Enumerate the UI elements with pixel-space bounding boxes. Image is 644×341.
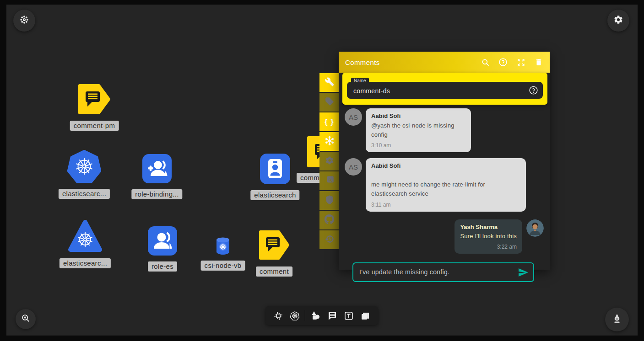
service-account-shape xyxy=(260,154,290,184)
expand-icon[interactable] xyxy=(516,58,525,67)
node-label: elasticsearc... xyxy=(60,258,111,268)
history-icon xyxy=(325,234,334,245)
message-time: 3:22 am xyxy=(460,244,517,250)
node-name-section: Name xyxy=(342,73,547,105)
message-time: 3:11 am xyxy=(371,202,520,208)
node-label: role-es xyxy=(148,261,177,272)
annotation-pen-button[interactable] xyxy=(605,308,629,331)
message-author: Yash Sharma xyxy=(460,224,517,230)
kubernetes-menu-button[interactable] xyxy=(13,10,35,32)
graph-icon[interactable] xyxy=(272,309,285,322)
design-canvas[interactable]: comment-pm elasticsearc... role-bindin xyxy=(6,5,638,336)
message-author: Aabid Sofi xyxy=(371,112,465,119)
braces-icon: { } xyxy=(325,117,334,127)
hub-icon xyxy=(325,136,335,148)
text-icon[interactable] xyxy=(342,309,355,322)
github-icon xyxy=(325,214,334,226)
message-author: Aabid Sofi xyxy=(371,162,520,169)
chat-message: Yash Sharma Sure I'll look into this 3:2… xyxy=(345,219,544,254)
message-text: @yash the csi-node is missing config xyxy=(371,121,465,139)
help-icon[interactable] xyxy=(498,58,508,67)
tag-icon xyxy=(325,97,334,108)
node-role-binding[interactable]: role-binding... xyxy=(142,154,172,185)
toolbar-divider xyxy=(305,310,305,321)
search-icon[interactable] xyxy=(481,58,490,67)
app-window: comment-pm elasticsearc... role-bindin xyxy=(0,0,644,341)
node-label: comment-pm xyxy=(70,121,119,131)
history-button[interactable] xyxy=(319,230,339,249)
comment-bubble-icon[interactable] xyxy=(326,309,339,322)
send-icon[interactable] xyxy=(518,267,529,278)
service-mesh-button[interactable] xyxy=(319,132,339,151)
zoom-in-icon xyxy=(21,313,31,325)
node-comment-partial[interactable] xyxy=(307,136,319,170)
zoom-button[interactable] xyxy=(16,309,36,329)
settings-gear-icon xyxy=(613,15,623,27)
shapes-icon[interactable] xyxy=(309,309,322,322)
node-label: role-binding... xyxy=(131,189,182,199)
help-icon[interactable] xyxy=(529,85,538,95)
avatar-photo xyxy=(526,219,544,237)
panel-title: Comments xyxy=(345,59,481,66)
name-field-label: Name xyxy=(351,78,369,84)
delete-icon[interactable] xyxy=(534,58,543,67)
kubernetes-icon[interactable] xyxy=(288,309,301,322)
canvas-tools-toolbar xyxy=(265,306,378,325)
message-text: me might need to change the rate-limit f… xyxy=(371,180,520,198)
settings-button-node[interactable] xyxy=(319,152,339,170)
node-label: csi-node-vb xyxy=(201,261,245,271)
name-input[interactable] xyxy=(347,82,543,99)
role-binding-shape xyxy=(142,154,172,183)
wrench-icon xyxy=(325,77,334,88)
doc-search-icon xyxy=(325,176,334,186)
settings-button[interactable] xyxy=(607,10,629,32)
message-time: 3:10 am xyxy=(371,142,465,149)
message-bubble: Aabid Sofi @yash the csi-node is missing… xyxy=(366,108,471,152)
storage-cylinder-shape xyxy=(215,237,231,255)
avatar: AS xyxy=(345,108,362,126)
security-button[interactable] xyxy=(319,191,339,210)
gear-icon xyxy=(325,156,334,167)
kubernetes-flower-icon xyxy=(19,15,29,27)
node-elasticsearch-badge[interactable]: elasticsearch xyxy=(260,154,290,186)
inspect-resource-button[interactable] xyxy=(319,171,339,190)
kubernetes-heptagon-shape xyxy=(67,149,101,183)
node-label: elasticsearc... xyxy=(59,189,110,199)
avatar: AS xyxy=(345,158,362,176)
node-comment-pm[interactable]: comment-pm xyxy=(78,84,111,117)
node-elasticsearch-triangle[interactable]: elasticsearc... xyxy=(68,219,103,255)
comments-panel-header[interactable]: Comments xyxy=(339,52,550,73)
chat-message-input[interactable] xyxy=(352,262,534,282)
message-text: Sure I'll look into this xyxy=(460,232,517,241)
chat-message: AS Aabid Sofi me might need to change th… xyxy=(345,158,544,211)
node-action-toolbar: { } xyxy=(319,73,339,250)
comment-pentagon-shape xyxy=(259,230,290,260)
configure-button[interactable] xyxy=(319,73,339,92)
json-config-button[interactable]: { } xyxy=(319,112,339,131)
note-icon[interactable] xyxy=(359,309,372,322)
role-shape xyxy=(148,226,177,256)
pen-nib-icon xyxy=(611,313,623,326)
kubernetes-triangle-shape xyxy=(68,219,103,253)
node-comment[interactable]: comment xyxy=(259,230,290,262)
node-label: elasticsearch xyxy=(250,190,299,200)
comment-pentagon-shape xyxy=(307,136,319,168)
node-role-es[interactable]: role-es xyxy=(148,226,177,257)
message-bubble: Aabid Sofi me might need to change the r… xyxy=(366,158,526,211)
label-button[interactable] xyxy=(319,93,339,112)
chat-message: AS Aabid Sofi @yash the csi-node is miss… xyxy=(345,108,544,152)
message-bubble: Yash Sharma Sure I'll look into this 3:2… xyxy=(455,219,522,254)
chat-message-list[interactable]: AS Aabid Sofi @yash the csi-node is miss… xyxy=(339,105,550,282)
comment-pentagon-shape xyxy=(78,84,111,115)
comments-panel: Comments Name AS Aabid Sofi @yash the cs… xyxy=(339,52,550,270)
shield-icon xyxy=(325,195,334,206)
github-button[interactable] xyxy=(319,211,339,229)
node-csi-node-vb[interactable]: csi-node-vb xyxy=(215,237,231,257)
node-elasticsearch-heptagon[interactable]: elasticsearc... xyxy=(67,149,101,185)
node-label: comment xyxy=(256,266,292,277)
